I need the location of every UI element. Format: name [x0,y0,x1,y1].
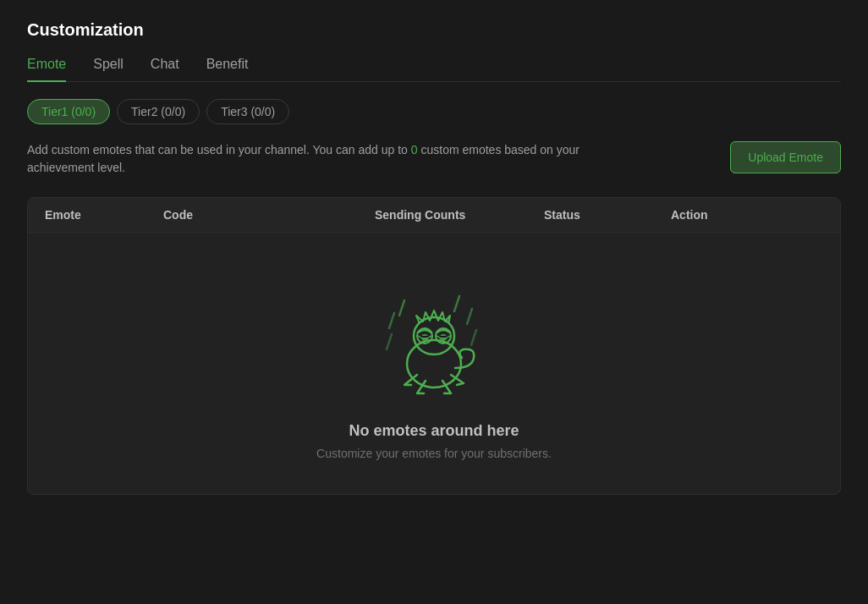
description-row: Add custom emotes that can be used in yo… [27,141,841,177]
page-container: Customization Emote Spell Chat Benefit T… [0,0,868,604]
svg-line-5 [387,334,392,349]
svg-line-2 [454,296,459,311]
table-header: Emote Code Sending Counts Status Action [28,198,840,233]
header-sending-counts: Sending Counts [375,208,544,222]
header-action: Action [671,208,823,222]
svg-line-0 [399,300,404,316]
mascot-container [379,283,489,402]
upload-emote-button[interactable]: Upload Emote [730,141,841,173]
page-title: Customization [27,20,841,40]
svg-point-6 [407,340,461,387]
empty-title: No emotes around here [349,422,519,440]
header-emote: Emote [45,208,163,222]
header-status: Status [544,208,671,222]
tab-spell[interactable]: Spell [93,57,124,82]
tab-emote[interactable]: Emote [27,57,66,82]
tab-chat[interactable]: Chat [151,57,179,82]
description-count: 0 [411,143,418,156]
svg-line-3 [467,309,472,324]
tier3-tab[interactable]: Tier3 (0/0) [206,99,289,124]
tier2-tab[interactable]: Tier2 (0/0) [117,99,200,124]
empty-state: No emotes around here Customize your emo… [28,233,840,494]
tier-tabs: Tier1 (0/0) Tier2 (0/0) Tier3 (0/0) [27,99,841,124]
description-text: Add custom emotes that can be used in yo… [27,141,619,177]
tab-benefit[interactable]: Benefit [206,57,249,82]
svg-line-1 [389,313,394,328]
empty-subtitle: Customize your emotes for your subscribe… [316,447,552,460]
tier1-tab[interactable]: Tier1 (0/0) [27,99,110,124]
description-before: Add custom emotes that can be used in yo… [27,143,411,156]
svg-line-4 [471,330,476,345]
nav-tabs: Emote Spell Chat Benefit [27,57,841,82]
emote-table: Emote Code Sending Counts Status Action [27,197,841,495]
header-code: Code [163,208,375,222]
chameleon-mascot-icon [379,283,489,402]
